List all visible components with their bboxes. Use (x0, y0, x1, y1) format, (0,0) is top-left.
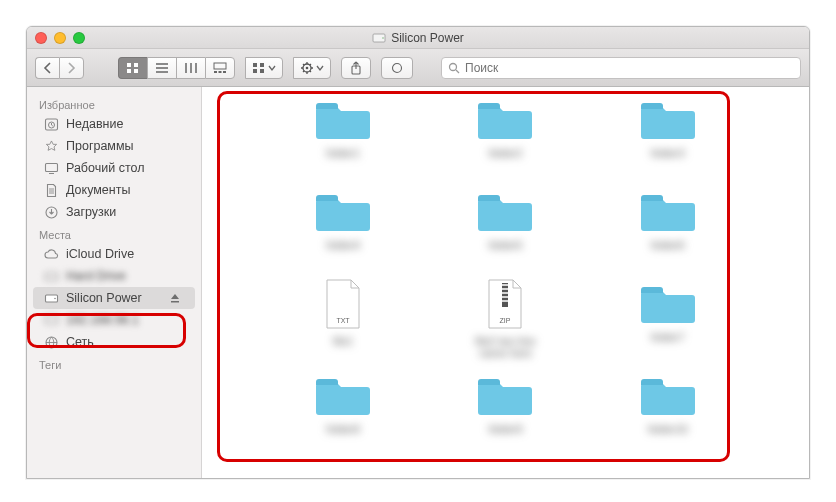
svg-rect-2 (127, 63, 131, 67)
group-button[interactable] (245, 57, 283, 79)
action-button[interactable] (293, 57, 331, 79)
sidebar-header-favorites: Избранное (27, 93, 201, 113)
folder-item[interactable]: folder8 (262, 371, 424, 459)
nav-forward-button[interactable] (59, 57, 84, 79)
folder-icon (478, 99, 532, 141)
item-label: folder1 (298, 147, 388, 163)
content-area[interactable]: folder1folder2folder3folder4folder5folde… (202, 87, 809, 478)
view-columns-button[interactable] (176, 57, 205, 79)
folder-icon (316, 191, 370, 233)
search-input[interactable] (465, 61, 794, 75)
drive-icon (43, 290, 59, 306)
file-icon: TXT (323, 279, 363, 329)
sidebar-item-downloads[interactable]: Загрузки (27, 201, 201, 223)
nav-back-button[interactable] (35, 57, 59, 79)
eject-icon[interactable] (169, 292, 183, 304)
view-icons-button[interactable] (118, 57, 147, 79)
folder-icon (316, 99, 370, 141)
item-label: file2 two line name here (460, 335, 550, 363)
search-icon (448, 62, 460, 74)
folder-icon (641, 375, 695, 417)
download-icon (43, 204, 59, 220)
window-body: Избранное Недавние Программы Рабочий сто… (27, 87, 809, 478)
item-label: folder10 (623, 423, 713, 439)
app-icon (43, 138, 59, 154)
svg-rect-4 (127, 69, 131, 73)
view-mode-switcher (118, 57, 235, 79)
folder-icon (641, 283, 695, 325)
gear-icon (300, 61, 314, 75)
svg-point-15 (306, 66, 309, 69)
folder-item[interactable]: folder4 (262, 187, 424, 275)
item-label: file1 (298, 335, 388, 351)
tag-icon (390, 62, 404, 74)
chevron-left-icon (43, 62, 52, 74)
sidebar: Избранное Недавние Программы Рабочий сто… (27, 87, 202, 478)
item-label: folder2 (460, 147, 550, 163)
nav-buttons (35, 57, 84, 79)
svg-point-17 (393, 63, 402, 72)
folder-item[interactable]: folder5 (424, 187, 586, 275)
svg-rect-13 (260, 69, 264, 73)
svg-rect-8 (219, 71, 222, 73)
svg-point-18 (450, 63, 457, 70)
titlebar[interactable]: Silicon Power (27, 27, 809, 49)
folder-icon (641, 191, 695, 233)
svg-rect-11 (260, 63, 264, 67)
sidebar-item-recents[interactable]: Недавние (27, 113, 201, 135)
sidebar-item-icloud[interactable]: iCloud Drive (27, 243, 201, 265)
folder-item[interactable]: folder6 (587, 187, 749, 275)
globe-icon (43, 334, 59, 350)
file-icon: ZIP (485, 279, 525, 329)
chevron-down-icon (268, 62, 276, 74)
sidebar-header-tags: Теги (27, 353, 201, 373)
tags-button[interactable] (381, 57, 413, 79)
file-item[interactable]: ZIPfile2 two line name here (424, 279, 586, 367)
folder-icon (478, 375, 532, 417)
sidebar-item-network[interactable]: Сеть (27, 331, 201, 353)
sidebar-item-label: Hard Drive (66, 269, 126, 283)
svg-rect-26 (45, 316, 57, 324)
svg-point-1 (382, 37, 383, 38)
folder-item[interactable]: folder7 (587, 279, 749, 367)
svg-text:ZIP: ZIP (500, 317, 511, 324)
item-label: folder9 (460, 423, 550, 439)
svg-rect-3 (134, 63, 138, 67)
search-field[interactable] (441, 57, 801, 79)
sidebar-item-label: Документы (66, 183, 130, 197)
view-list-button[interactable] (147, 57, 176, 79)
item-label: folder8 (298, 423, 388, 439)
sidebar-item-network-host[interactable]: 192.168.56.1 (27, 309, 201, 331)
svg-rect-6 (214, 63, 226, 69)
desktop-icon (43, 160, 59, 176)
file-item[interactable]: TXTfile1 (262, 279, 424, 367)
finder-window: Silicon Power (26, 26, 810, 479)
action-menu (293, 57, 331, 79)
svg-rect-10 (253, 63, 257, 67)
share-icon (350, 61, 362, 75)
svg-rect-29 (502, 283, 508, 307)
sidebar-item-documents[interactable]: Документы (27, 179, 201, 201)
grid-icon (126, 62, 140, 74)
sidebar-item-label: Недавние (66, 117, 123, 131)
folder-item[interactable]: folder3 (587, 95, 749, 183)
sidebar-item-desktop[interactable]: Рабочий стол (27, 157, 201, 179)
folder-item[interactable]: folder2 (424, 95, 586, 183)
share-button[interactable] (341, 57, 371, 79)
sidebar-item-harddrive[interactable]: Hard Drive (27, 265, 201, 287)
sidebar-item-label: Сеть (66, 335, 94, 349)
sidebar-item-silicon-power[interactable]: Silicon Power (33, 287, 195, 309)
folder-item[interactable]: folder9 (424, 371, 586, 459)
group-by (245, 57, 283, 79)
folder-item[interactable]: folder1 (262, 95, 424, 183)
view-gallery-button[interactable] (205, 57, 235, 79)
folder-icon (641, 99, 695, 141)
sidebar-item-applications[interactable]: Программы (27, 135, 201, 157)
sidebar-item-label: 192.168.56.1 (66, 313, 139, 327)
cloud-icon (43, 246, 59, 262)
list-icon (155, 62, 169, 74)
sidebar-item-label: Программы (66, 139, 134, 153)
sidebar-item-label: Рабочий стол (66, 161, 144, 175)
sidebar-item-label: Silicon Power (66, 291, 142, 305)
folder-item[interactable]: folder10 (587, 371, 749, 459)
